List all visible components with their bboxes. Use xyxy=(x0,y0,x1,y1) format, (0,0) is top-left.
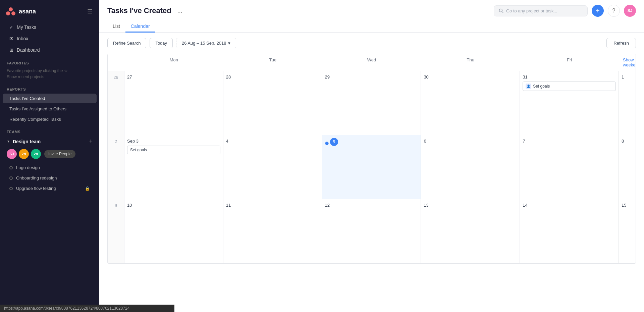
user-avatar[interactable]: SJ xyxy=(624,5,636,17)
day-cell-sep15[interactable]: 15 xyxy=(619,199,636,263)
more-options-button[interactable]: ... xyxy=(175,7,184,15)
show-weekends-link[interactable]: Show weekends xyxy=(619,54,636,71)
page-title-area: Tasks I've Created ... xyxy=(107,6,184,15)
design-team-name: Design team xyxy=(13,139,41,144)
add-button[interactable]: + xyxy=(592,5,604,17)
day-number-sep14: 14 xyxy=(523,203,527,208)
date-range-text: 26 Aug – 15 Sep, 2018 xyxy=(182,41,226,46)
sidebar-item-recently-completed[interactable]: Recently Completed Tasks xyxy=(3,114,97,124)
day-number-28: 28 xyxy=(226,74,231,80)
svg-point-0 xyxy=(9,7,13,11)
main-content: Tasks I've Created ... Go to any project… xyxy=(99,0,644,312)
day-number-sep10: 10 xyxy=(127,203,132,208)
team-members-row: SJ 2d 2d Invite People xyxy=(0,147,99,162)
asana-logo[interactable]: asana xyxy=(5,6,36,17)
sidebar-item-tasks-created[interactable]: Tasks I've Created xyxy=(3,94,97,103)
help-button[interactable]: ? xyxy=(608,5,620,17)
day-cell-sep10[interactable]: 10 xyxy=(124,199,223,263)
day-cell-sep4[interactable]: 4 xyxy=(223,135,322,199)
day-cell-sep6[interactable]: 6 xyxy=(421,135,520,199)
task-icon: 👤 xyxy=(526,84,531,89)
day-cell-sep3[interactable]: Sep 3 Set goals xyxy=(124,135,223,199)
sidebar-item-inbox[interactable]: ✉ Inbox xyxy=(3,33,97,44)
task-label: Set goals xyxy=(533,84,550,89)
calendar-week-row-2: 2 Sep 3 Set goals 4 ⬤ 5 6 xyxy=(108,135,636,199)
design-team-header[interactable]: ▼ Design team + xyxy=(0,136,99,147)
view-tabs: List Calendar xyxy=(99,17,644,33)
search-bar[interactable]: Go to any project or task... xyxy=(494,5,588,16)
project-dot-icon xyxy=(9,187,13,190)
day-cell-sep14[interactable]: 14 xyxy=(520,199,619,263)
week-label-9: 9 xyxy=(108,199,124,263)
today-button[interactable]: Today xyxy=(150,38,173,48)
refine-search-button[interactable]: Refine Search xyxy=(107,38,146,48)
sidebar-header: asana ☰ xyxy=(0,0,99,21)
status-bar: https://app.asana.com/0/search/808762113… xyxy=(0,305,174,312)
today-marker: ⬤ xyxy=(325,141,329,145)
svg-point-1 xyxy=(6,11,10,15)
day-cell-aug28[interactable]: 28 xyxy=(223,71,322,135)
date-range-button[interactable]: 26 Aug – 15 Sep, 2018 ▾ xyxy=(176,38,236,48)
day-number-sep7: 7 xyxy=(523,139,525,144)
day-number-30: 30 xyxy=(424,74,428,80)
calendar-header-row: Mon Tue Wed Thu Fri Show weekends xyxy=(108,54,636,71)
calendar-toolbar: Refine Search Today 26 Aug – 15 Sep, 201… xyxy=(99,33,644,54)
refresh-button[interactable]: Refresh xyxy=(606,38,636,48)
day-cell-aug27[interactable]: 27 xyxy=(124,71,223,135)
mon-header: Mon xyxy=(124,54,223,71)
inbox-icon: ✉ xyxy=(9,36,13,41)
day-cell-sep13[interactable]: 13 xyxy=(421,199,520,263)
svg-line-4 xyxy=(502,12,503,13)
day-cell-sep12[interactable]: 12 xyxy=(322,199,421,263)
invite-people-button[interactable]: Invite People xyxy=(44,150,75,158)
day-cell-sep5[interactable]: ⬤ 5 xyxy=(322,135,421,199)
search-icon xyxy=(499,8,503,13)
sidebar-collapse-button[interactable]: ☰ xyxy=(86,6,94,16)
day-cell-aug30[interactable]: 30 xyxy=(421,71,520,135)
project-item-upgrade-flow[interactable]: Upgrade flow testing 🔒 xyxy=(3,184,97,193)
day-cell-aug29[interactable]: 29 xyxy=(322,71,421,135)
tue-header: Tue xyxy=(223,54,322,71)
svg-point-2 xyxy=(11,11,15,15)
avatar-sj[interactable]: SJ xyxy=(7,149,17,159)
thu-header: Thu xyxy=(421,54,520,71)
sidebar-item-my-tasks[interactable]: ✓ My Tasks xyxy=(3,22,97,33)
add-team-member-button[interactable]: + xyxy=(89,138,93,145)
day-number-sep11: 11 xyxy=(226,203,231,208)
task-label-multi: Set goals xyxy=(130,148,147,152)
calendar-week-row-1: 26 27 28 29 30 31 👤 Set goals xyxy=(108,71,636,135)
day-cell-sep8[interactable]: 8 xyxy=(619,135,636,199)
project-item-logo-design[interactable]: Logo design xyxy=(3,163,97,172)
day-cell-sep11[interactable]: 11 xyxy=(223,199,322,263)
sidebar-item-dashboard[interactable]: ⊞ Dashboard xyxy=(3,45,97,55)
favorites-hint: Favorite projects by clicking the ☆ xyxy=(0,67,99,74)
day-number-27: 27 xyxy=(127,74,132,80)
tab-list[interactable]: List xyxy=(107,21,125,33)
day-cell-sep7[interactable]: 7 xyxy=(520,135,619,199)
wed-header: Wed xyxy=(322,54,421,71)
avatar-2d-1[interactable]: 2d xyxy=(19,149,29,159)
my-tasks-icon: ✓ xyxy=(9,24,13,30)
status-url: https://app.asana.com/0/search/808762113… xyxy=(4,306,129,311)
search-placeholder: Go to any project or task... xyxy=(506,8,557,13)
project-item-onboarding[interactable]: Onboarding redesign xyxy=(3,173,97,183)
day-cell-aug31[interactable]: 31 👤 Set goals xyxy=(520,71,619,135)
chevron-down-icon: ▾ xyxy=(228,41,230,46)
sidebar-item-tasks-assigned[interactable]: Tasks I've Assigned to Others xyxy=(3,104,97,114)
day-number-sep13: 13 xyxy=(424,203,428,208)
reports-section-label: Reports xyxy=(0,82,99,93)
calendar-grid: Mon Tue Wed Thu Fri Show weekends 26 27 … xyxy=(107,54,636,264)
week-label-26: 26 xyxy=(108,71,124,135)
sidebar: asana ☰ ✓ My Tasks ✉ Inbox ⊞ Dashboard F… xyxy=(0,0,99,312)
day-number-sep4: 4 xyxy=(226,139,228,144)
calendar-container: Mon Tue Wed Thu Fri Show weekends 26 27 … xyxy=(99,54,644,312)
task-set-goals-sep[interactable]: Set goals xyxy=(127,146,220,154)
show-recent-projects-link[interactable]: Show recent projects xyxy=(0,74,99,82)
week-label-2: 2 xyxy=(108,135,124,199)
task-set-goals-aug31[interactable]: 👤 Set goals xyxy=(523,82,616,91)
avatar-2d-2[interactable]: 2d xyxy=(31,149,41,159)
dashboard-icon: ⊞ xyxy=(9,47,13,53)
day-cell-sep1[interactable]: 1 xyxy=(619,71,636,135)
week-col-header xyxy=(108,54,124,71)
tab-calendar[interactable]: Calendar xyxy=(125,21,155,33)
